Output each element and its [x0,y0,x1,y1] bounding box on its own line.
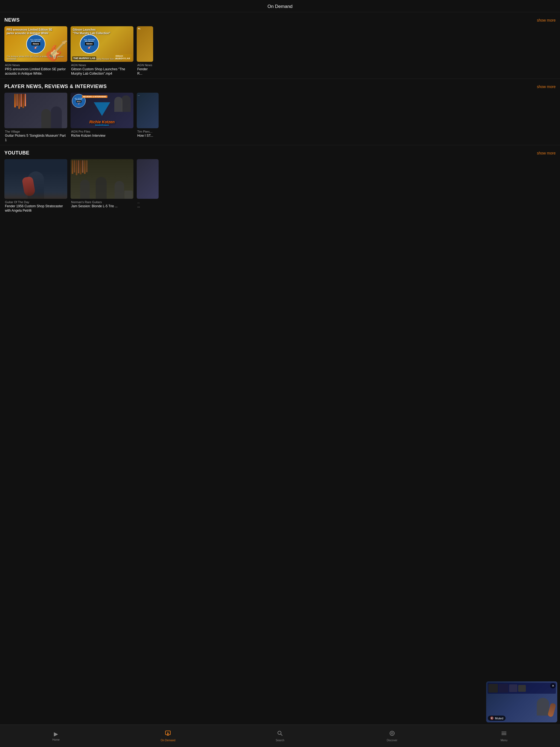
mini-player: ✕ 🔇 Muted [486,681,557,722]
murphy-card-channel: AGN News [71,63,133,67]
player-card-tim[interactable]: ... Tim Pierc... How I ST... [137,93,159,142]
mini-person [537,698,549,716]
player-news-show-more[interactable]: show more [537,84,556,89]
svg-rect-1 [167,735,169,736]
richie-card-meta: AGN Pro Files Richie Kotzen Interview [71,128,133,138]
youtube-card-gotd[interactable]: Guitar Of The Day Fender 1956 Custom Sho… [4,159,67,213]
yt3-card-meta: ... ... [137,199,159,209]
prs-thumb-title: PRS announces Limited Edition SEparlor a… [6,28,65,35]
discover-label: Discover [387,739,397,742]
smith-kotzen-text: Smith/Kotzen [72,124,132,127]
prs-card-meta: AGN News PRS announces Limited Edition S… [4,62,67,76]
guitar-silhouette-prs: 🎸 [45,40,67,62]
news-card-murphy-thumb: Gibson Launches"The Murphy Lab Collectio… [71,26,133,62]
jam-person2 [96,177,107,199]
richie-thumb: ALL GUITAR NETWORK News 🎸 REVIEWS & INTE… [71,93,133,128]
gibson-label: GibsonMURPHYLAB [114,54,132,60]
guitar-wall-left [4,93,36,128]
gotd-thumb [4,159,67,199]
menu-icon [501,730,507,738]
mini-player-muted-label[interactable]: 🔇 Muted [488,716,506,721]
jam-card-meta: Norman's Rare Guitars Jam Session: Blond… [71,199,133,209]
player-news-section: PLAYER NEWS, REVIEWS & INTERVIEWS show m… [0,79,560,145]
search-label: Search [276,739,284,742]
youtube-card-3[interactable]: ... ... [137,159,159,213]
svg-point-6 [391,732,393,734]
youtube-section-title: YOUTUBE [4,150,29,156]
gotd-card-meta: Guitar Of The Day Fender 1956 Custom Sho… [4,199,67,213]
murphy-thumb-title: Gibson Launches"The Murphy Lab Collectio… [73,28,131,35]
jam-person1 [80,180,90,199]
prs-thumb-content: PRS announces Limited Edition SEparlor a… [4,26,67,62]
nav-menu[interactable]: Menu [448,725,560,747]
discover-icon [389,730,395,738]
murphy-card-meta: AGN News Gibson Custom Shop Launches "Th… [71,62,133,76]
card3-meta: AGN News Fender R... [137,62,153,76]
village-card-title: Guitar Pickers 5 'Songbirds Museum' Part… [5,134,67,142]
tim-placeholder: ... [138,94,140,96]
youtube-card-jam[interactable]: Norman's Rare Guitars Jam Session: Blond… [71,159,133,213]
search-icon [277,730,283,738]
nav-discover[interactable]: Discover [336,725,448,747]
village-card-channel: The Village [5,130,67,133]
app-header: On Demand [0,0,560,12]
player-news-section-title: PLAYER NEWS, REVIEWS & INTERVIEWS [4,84,107,89]
news-card-prs-thumb: PRS announces Limited Edition SEparlor a… [4,26,67,62]
svg-marker-2 [167,732,169,735]
tim-card-meta: Tim Pierc... How I ST... [137,128,159,138]
richie-card-title: Richie Kotzen Interview [71,134,133,138]
card3-channel: AGN News [137,63,153,67]
person1 [51,106,62,128]
menu-label: Menu [501,739,508,742]
tim-thumb: ... [137,93,159,128]
nav-search[interactable]: Search [224,725,336,747]
news-section-header: NEWS show more [0,17,560,26]
murphy-card-title: Gibson Custom Shop Launches "The Murphy … [71,67,133,76]
home-icon: ▶ [54,730,58,737]
youtube-cards-row: Guitar Of The Day Fender 1956 Custom Sho… [0,159,560,213]
village-card-meta: The Village Guitar Pickers 5 'Songbirds … [4,128,67,142]
tim-card-channel: Tim Pierc... [137,130,158,133]
player-card-richie[interactable]: ALL GUITAR NETWORK News 🎸 REVIEWS & INTE… [71,93,133,142]
news-card-prs[interactable]: PRS announces Limited Edition SEparlor a… [4,26,67,76]
news-show-more[interactable]: show more [537,18,556,22]
guitar-icon-murphy: 🎸 [87,45,92,49]
mini-player-close-button[interactable]: ✕ [550,683,556,689]
richie-card-channel: AGN Pro Files [71,130,133,133]
svg-point-5 [390,731,394,736]
yt3-card-channel: ... [137,200,158,204]
prs-card-title: PRS announces Limited Edition SE parlor … [5,67,67,76]
jam-card-title: Jam Session: Blonde L-5 Trio ... [71,204,133,209]
youtube-section-header: YOUTUBE show more [0,150,560,159]
svg-line-4 [281,734,282,736]
news-card-murphy[interactable]: Gibson Launches"The Murphy Lab Collectio… [71,26,133,76]
gotd-card-channel: Guitar Of The Day [5,200,67,204]
card3-title: Fender R... [137,67,153,76]
village-thumb [4,93,67,128]
nav-on-demand[interactable]: On Demand [112,725,224,747]
prs-card-channel: AGN News [5,63,67,67]
youtube-show-more[interactable]: show more [537,151,556,155]
richie-name-text: Richie Kotzen Smith/Kotzen [72,120,132,127]
agn-label-3: AL [138,27,141,30]
jam-amp [124,190,133,199]
news-card-3-thumb: AL [137,26,153,62]
youtube-section: YOUTUBE show more Guitar Of The Day Fend… [0,145,560,215]
jam-person3 [114,181,124,199]
player-news-cards-row: The Village Guitar Pickers 5 'Songbirds … [0,93,560,142]
jam-card-channel: Norman's Rare Guitars [71,200,133,204]
richie-triangle [94,102,110,116]
tim-card-title: How I ST... [137,134,158,138]
news-card-3[interactable]: AL AGN News Fender R... [137,26,153,76]
nav-home[interactable]: ▶ Home [0,725,112,747]
agn-badge-prs: ALL GUITAR NETWORK News 🎸 [26,34,45,54]
guitar-icon: 🎸 [34,45,38,49]
gotd-couch [4,192,67,199]
richie-person1 [121,96,131,112]
murphy-lab-label: THE MURPHY LAB [72,56,96,60]
player-card-village[interactable]: The Village Guitar Pickers 5 'Songbirds … [4,93,67,142]
yt3-card-title: ... [137,204,158,209]
person2 [41,109,51,128]
on-demand-icon [165,730,171,738]
main-content: NEWS show more PRS announces Limited Edi… [0,12,560,240]
